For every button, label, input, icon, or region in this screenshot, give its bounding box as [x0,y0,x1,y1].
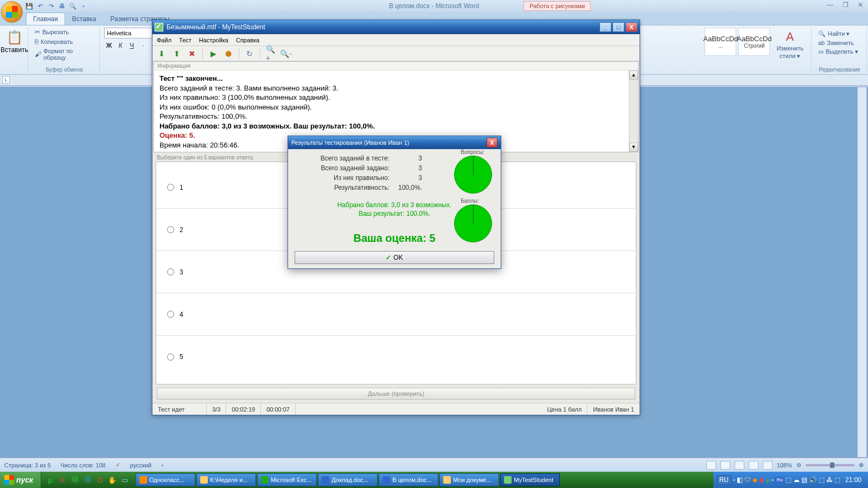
mytest-titlebar[interactable]: Безымянный.mtf - MyTestStudent _ □ X [152,20,640,34]
scroll-up-icon[interactable]: ▲ [629,70,638,80]
tray-ru-icon[interactable]: Ru [775,477,784,483]
taskbar-item[interactable]: К:\Неделя и... [196,473,256,486]
word-scrollbar[interactable] [857,87,867,458]
taskbar-item[interactable]: Microsoft Exc... [257,473,317,486]
zoom-value[interactable]: 108% [777,462,792,468]
menu-help[interactable]: Справка [236,37,259,43]
tray-icon[interactable]: ◧ [737,476,743,484]
tab-selector[interactable]: L [2,76,10,84]
zoom-plus[interactable]: ⊕ [859,461,864,468]
style-strict-label: Строгий [744,43,765,49]
change-styles-button[interactable]: AИзменитьстили ▾ [772,28,808,62]
tray-icon[interactable]: ▫ [771,476,774,484]
view-read-icon[interactable] [720,461,730,470]
ql-m-icon[interactable]: Ⓜ [69,474,80,485]
maximize-button[interactable]: □ [612,22,624,32]
bold-button[interactable]: Ж [104,41,114,50]
status-lang[interactable]: русский [130,462,151,468]
view-draft-icon[interactable] [763,461,773,470]
view-outline-icon[interactable] [749,461,758,470]
replace-button[interactable]: abЗаменить [816,39,863,47]
cancel-icon[interactable]: ✖ [187,49,197,59]
tray-icon[interactable]: ⬚ [819,476,825,484]
menu-test[interactable]: Тест [179,37,192,43]
taskbar-item[interactable]: В целом.doc... [379,473,438,486]
stop-icon[interactable]: ⬢ [224,49,233,59]
tray-icon[interactable]: ◆ [752,476,757,484]
cut-button[interactable]: ✂Вырезать [33,28,96,36]
ql-x-icon[interactable]: X [57,474,68,485]
zoom-slider[interactable] [806,464,854,466]
info-scrollbar[interactable]: ▲ ▼ [629,70,638,152]
tab-insert[interactable]: Вставка [65,12,104,25]
style-preview[interactable]: AaBbCcDd... [705,28,736,56]
option-radio[interactable] [167,268,174,275]
option-radio[interactable] [167,184,174,191]
taskbar-item[interactable]: Мои докуме... [439,473,499,486]
minimize-button[interactable]: _ [599,22,611,32]
taskbar-item[interactable]: Доклад.doc... [318,473,378,486]
dialog-titlebar[interactable]: Результаты тестирования (Иванов Иван 1) … [288,136,501,149]
tray-icon[interactable]: ⬚ [834,476,840,484]
menu-settings[interactable]: Настройка [199,37,228,43]
ql-opera-icon[interactable]: O [94,474,105,485]
option-radio[interactable] [167,226,174,233]
prev-icon[interactable]: ⬇ [157,49,167,59]
zoom-in-icon[interactable]: 🔍+ [266,49,276,59]
find-button[interactable]: 🔍Найти ▾ [816,30,863,38]
clock[interactable]: 21:00 [842,476,865,484]
tray-volume-icon[interactable]: 🔊 [809,476,817,484]
tray-shield-icon[interactable]: 🛡 [744,476,751,484]
status-page[interactable]: Страница: 3 из 5 [4,462,51,468]
spellcheck-icon[interactable]: ✓ [116,461,120,468]
minimize-icon[interactable]: — [825,1,835,9]
scroll-down-icon[interactable]: ▼ [629,143,638,152]
office-button[interactable] [1,1,23,23]
tab-home[interactable]: Главная [26,12,65,25]
close-button[interactable]: X [626,22,637,32]
tray-icon[interactable]: ▤ [801,476,807,484]
close-icon[interactable]: ✕ [855,1,866,9]
taskbar-item-active[interactable]: MyTestStudent [500,473,560,486]
menu-file[interactable]: Файл [157,37,171,43]
italic-button[interactable]: К [116,41,125,50]
copy-button[interactable]: ⎘Копировать [33,37,96,46]
dialog-close-button[interactable]: X [487,138,497,147]
option-radio[interactable] [167,311,174,318]
underline-button[interactable]: Ч [127,41,137,50]
language-indicator[interactable]: RU [717,475,731,485]
tray-network-icon[interactable]: 🖧 [826,476,833,484]
zoom-minus[interactable]: ⊖ [796,461,801,468]
paste-button[interactable]: 📋 Вставить [4,28,24,56]
option-radio[interactable] [167,354,174,361]
ql-utorrent-icon[interactable]: µ [44,474,55,485]
view-web-icon[interactable] [735,461,744,470]
ql-ie-icon[interactable]: ⓔ [82,474,93,485]
option-row[interactable]: 4 [156,293,636,336]
tray-icon[interactable]: ◉ [759,476,764,484]
option-row[interactable]: 5 [156,336,636,378]
insert-mode-icon[interactable]: ▫ [161,462,163,468]
ql-desktop-icon[interactable]: ▭ [119,474,130,485]
strike-button[interactable]: · [138,41,148,50]
style-strict[interactable]: AaBbCcDdСтрогий [738,28,770,56]
restore-icon[interactable]: ❐ [840,1,851,9]
tray-icon[interactable]: µ [766,476,770,484]
next-button[interactable]: Дальше (проверить) [157,388,635,400]
ok-button[interactable]: ✓OK [295,251,494,264]
taskbar-item[interactable]: Однокласс... [136,473,195,486]
tray-icon[interactable]: ▫ [733,476,735,484]
tray-icon[interactable]: ⬚ [786,476,792,484]
zoom-out-icon[interactable]: 🔍- [281,49,291,59]
tray-icon[interactable]: ☁ [793,476,800,484]
next-icon[interactable]: ⬆ [172,49,182,59]
play-icon[interactable]: ▶ [208,49,218,59]
refresh-icon[interactable]: ↻ [245,49,254,59]
view-print-icon[interactable] [706,461,716,470]
select-button[interactable]: ▭Выделить ▾ [816,48,863,56]
start-button[interactable]: пуск [0,472,41,488]
format-painter-button[interactable]: 🖌Формат по образцу [33,47,96,61]
status-words[interactable]: Число слов: 108 [61,462,106,468]
context-tab-pictures[interactable]: Работа с рисунками [524,1,591,11]
ql-hand-icon[interactable]: ✋ [107,474,118,485]
